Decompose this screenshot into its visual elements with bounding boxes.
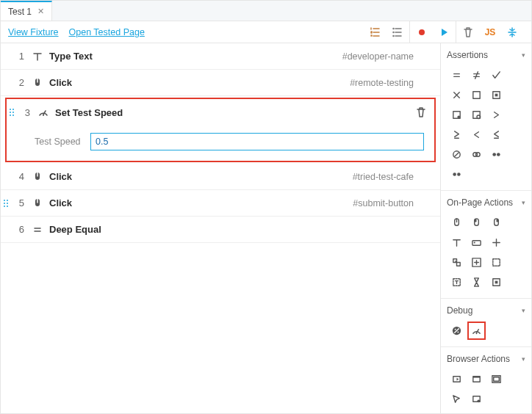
section-header-debug[interactable]: Debug ▾ [447,303,525,318]
press-icon[interactable] [467,233,486,252]
js-icon[interactable]: JS [484,26,496,38]
svg-rect-31 [457,263,461,266]
speed-icon[interactable] [467,322,486,340]
play-icon[interactable] [438,26,450,38]
section-browser: Browser Actions ▾ [441,347,531,413]
collapse-icon[interactable] [506,26,518,38]
step-name: Click [49,197,72,208]
svg-point-37 [455,329,456,330]
svg-point-46 [477,399,480,402]
test-speed-input[interactable] [90,133,424,150]
svg-point-0 [393,28,394,29]
navigate-icon[interactable] [447,370,466,388]
debug-icon[interactable] [447,322,466,340]
not-within-icon[interactable] [467,145,486,164]
section-debug: Debug ▾ [441,299,531,347]
selecttext-icon[interactable] [447,273,466,291]
type-icon[interactable] [447,233,466,252]
svg-point-39 [476,333,478,334]
tab-label: Test 1 [8,7,32,17]
step-name: Type Text [49,51,93,62]
section-header-onpage[interactable]: On-Page Actions ▾ [447,195,525,210]
not-match-icon[interactable] [447,165,466,184]
list-bullet-icon[interactable] [392,26,403,38]
gt-icon[interactable] [487,106,506,124]
select-icon[interactable] [487,253,506,272]
step-row[interactable]: 3Set Test Speed [7,99,434,126]
gauge-icon [37,106,49,118]
close-icon[interactable]: ✕ [37,7,44,16]
gte-icon[interactable] [447,126,466,144]
step-selector: #developer-name [342,51,414,62]
step-body-label: Test Speed [35,137,90,147]
rclick-icon[interactable] [487,214,506,232]
step-name: Set Test Speed [55,107,123,118]
svg-point-18 [492,153,496,156]
svg-rect-33 [493,259,500,266]
ok-icon[interactable] [487,66,506,84]
tab-test1[interactable]: Test 1 ✕ [1,1,52,21]
hover-icon[interactable] [487,233,506,252]
drag-grip-icon[interactable] [4,200,8,207]
contains-icon[interactable] [467,86,486,104]
step-row[interactable]: 5Click#submit-button [1,190,440,217]
not-typeof-icon[interactable] [467,106,486,124]
step-name: Deep Equal [49,224,101,235]
step-row[interactable]: 4Click#tried-test-cafe [1,164,440,190]
dblclick-icon[interactable] [467,214,486,232]
trash-icon[interactable] [462,26,474,38]
wait-icon[interactable] [467,273,486,291]
screenshot2-icon[interactable] [467,390,486,408]
not-eq-icon[interactable] [467,66,486,84]
svg-rect-22 [456,172,457,177]
svg-point-1 [393,32,394,32]
step-number: 5 [11,197,24,208]
eq-icon[interactable] [447,66,466,84]
mouse-icon [32,77,43,89]
mouse-icon [32,197,43,209]
type-icon [32,51,43,62]
step-number: 2 [11,77,24,88]
screenshot-icon[interactable] [447,390,466,408]
section-header-browser[interactable]: Browser Actions ▾ [447,352,525,366]
step-name: Click [49,77,72,88]
link-open-tested-page[interactable]: Open Tested Page [69,27,145,37]
svg-point-14 [477,115,481,119]
lt-icon[interactable] [467,126,486,144]
step-selector: #remote-testing [350,78,414,88]
record-icon[interactable] [416,26,428,38]
not-contains-icon[interactable] [487,86,506,104]
svg-point-21 [457,172,461,176]
svg-rect-10 [495,94,498,97]
mouse-icon [32,171,43,183]
section-onpage: On-Page Actions ▾ [441,191,531,299]
lte-icon[interactable] [487,126,506,144]
section-title: Browser Actions [447,354,510,364]
steps-list: 1Type Text#developer-name2Click#remote-t… [1,43,440,413]
step-active-outline: 3Set Test SpeedTest Speed [5,98,436,162]
resize-icon[interactable] [467,370,486,388]
maximize-icon[interactable] [487,370,506,388]
right-sidebar: Assertions ▾ [440,43,531,413]
step-number: 1 [11,51,24,62]
match-icon[interactable] [487,145,506,164]
step-number: 3 [17,107,30,118]
list-numbered-icon[interactable] [370,26,381,38]
svg-rect-28 [472,241,481,246]
not-ok-icon[interactable] [447,86,466,104]
drag-grip-icon[interactable] [10,109,14,116]
drag-icon[interactable] [447,253,466,272]
step-row[interactable]: 6Deep Equal [1,217,440,243]
dragto-icon[interactable] [467,253,486,272]
step-body: Test Speed [7,126,434,161]
step-row[interactable]: 1Type Text#developer-name [1,43,440,70]
svg-rect-25 [475,219,477,222]
step-row[interactable]: 2Click#remote-testing [1,70,440,96]
click-icon[interactable] [447,214,466,232]
link-view-fixture[interactable]: View Fixture [8,27,59,37]
typeof-icon[interactable] [447,106,466,124]
section-header-assertions[interactable]: Assertions ▾ [447,48,525,62]
upload-icon[interactable] [487,273,506,291]
within-icon[interactable] [447,145,466,164]
trash-icon[interactable] [415,106,427,118]
